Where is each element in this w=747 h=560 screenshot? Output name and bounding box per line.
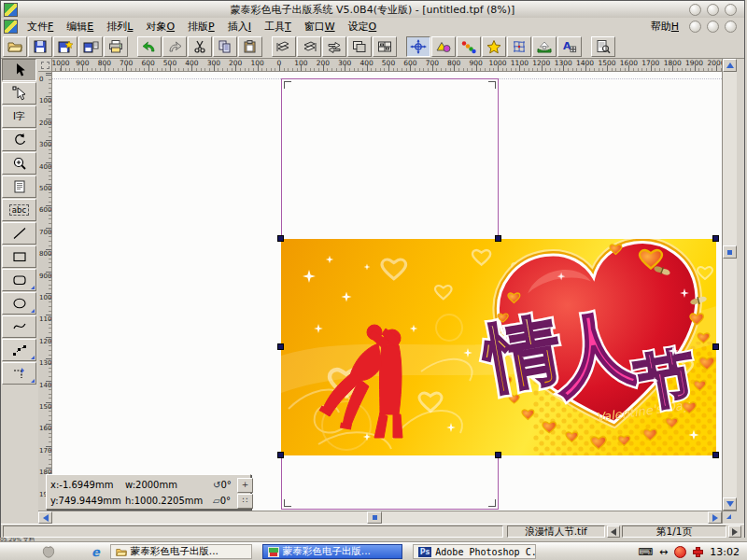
tool-text[interactable]: I字: [2, 105, 36, 128]
start-menu-icon[interactable]: [41, 545, 56, 559]
tool-direct-select[interactable]: [2, 82, 36, 105]
swap-order-button[interactable]: [322, 36, 346, 57]
canvas[interactable]: Valentine's Day: [52, 72, 722, 511]
gradient-fill-button[interactable]: [532, 36, 557, 57]
print-preview-button[interactable]: [591, 36, 615, 57]
selection-handle[interactable]: [495, 452, 501, 458]
save-copy-button[interactable]: [78, 36, 103, 57]
menu-item-1[interactable]: 编辑E: [60, 19, 100, 35]
selection-handle[interactable]: [712, 343, 719, 350]
save-button[interactable]: [28, 36, 52, 57]
combine-button[interactable]: [373, 36, 397, 57]
child-minimize-button[interactable]: [689, 21, 701, 33]
position-lock-button[interactable]: +: [237, 478, 253, 493]
h-ruler-label: 1900: [685, 59, 703, 67]
tool-text-block[interactable]: abc: [2, 199, 36, 221]
scroll-right-button[interactable]: [708, 511, 722, 524]
menu-item-0[interactable]: 文件F: [21, 19, 60, 35]
tool-select[interactable]: [2, 59, 36, 81]
ruler-corner-box[interactable]: [38, 59, 52, 72]
menu-item-3[interactable]: 对象O: [139, 19, 181, 35]
minimize-button[interactable]: [689, 4, 701, 16]
v-ruler-label: 900: [39, 273, 51, 280]
menu-item-4[interactable]: 排版P: [181, 19, 221, 35]
text-format-button[interactable]: A: [557, 36, 582, 57]
scroll-down-button[interactable]: [723, 497, 737, 511]
skew-value: 0°: [220, 496, 231, 506]
paste-button[interactable]: [238, 36, 262, 57]
shield-icon[interactable]: [674, 546, 686, 558]
object-info-panel: x:-1.6949mm w:2000mm ↺0° + y:749.9449mm …: [46, 474, 251, 510]
menu-item-help[interactable]: 帮助H: [644, 19, 685, 35]
position-button[interactable]: [406, 36, 430, 57]
selection-handle[interactable]: [712, 235, 719, 242]
next-page-button[interactable]: [728, 525, 741, 538]
save-as-button[interactable]: [53, 36, 78, 57]
horizontal-scrollbar[interactable]: [38, 511, 722, 524]
duplicate-button[interactable]: [347, 36, 372, 57]
undo-button[interactable]: [137, 36, 162, 57]
selection-handle[interactable]: [277, 235, 284, 242]
tool-clip-path[interactable]: [2, 362, 36, 385]
open-button[interactable]: [3, 36, 27, 57]
keyboard-icon[interactable]: ⌨: [638, 547, 653, 557]
taskbar-task-app-active[interactable]: 蒙泰彩色电子出版...: [262, 544, 402, 559]
child-restore-button[interactable]: [707, 21, 719, 33]
mesh-distort-button[interactable]: [507, 36, 531, 57]
v-ruler-label: 100: [39, 97, 51, 105]
menu-item-6[interactable]: 工具T: [258, 19, 298, 35]
scrollbar-corner: [722, 511, 737, 524]
tool-curve[interactable]: [2, 315, 36, 338]
tool-page[interactable]: [2, 175, 36, 198]
tool-polyline[interactable]: [2, 339, 36, 361]
tool-rotate[interactable]: [2, 129, 36, 151]
send-backward-button[interactable]: [297, 36, 321, 57]
taskbar-task-photoshop[interactable]: Ps Adobe Photoshop C...: [413, 544, 536, 559]
size-lock-button[interactable]: ∷: [237, 494, 253, 509]
cut-button[interactable]: [188, 36, 212, 57]
status-bar: 浪漫情人节.tif 第1/1页: [1, 524, 744, 539]
close-button[interactable]: [725, 4, 737, 16]
scroll-up-button[interactable]: [723, 59, 737, 72]
h-ruler-label: 1500: [598, 59, 615, 67]
tool-zoom[interactable]: [2, 152, 36, 175]
title-bar[interactable]: 蒙泰彩色电子出版系统 V5.0B4(专业版) - [untitled.tpf (…: [1, 1, 744, 19]
red-cross-icon[interactable]: [693, 547, 703, 557]
taskbar-task-folder[interactable]: 蒙泰彩色电子出版...: [110, 544, 252, 559]
previous-page-button[interactable]: [607, 525, 620, 538]
scroll-left-button[interactable]: [38, 511, 52, 524]
restore-button[interactable]: [707, 4, 719, 16]
selection-handle[interactable]: [277, 343, 284, 350]
menu-item-5[interactable]: 插入I: [221, 19, 258, 35]
vertical-scroll-thumb[interactable]: [723, 245, 737, 259]
selection-handle[interactable]: [712, 452, 719, 458]
copy-button[interactable]: [213, 36, 237, 57]
internet-quick-launch-icon[interactable]: e: [92, 545, 100, 559]
tool-rounded-rectangle[interactable]: [2, 269, 36, 291]
selection-handle[interactable]: [495, 235, 501, 242]
menu-item-7[interactable]: 窗口W: [298, 19, 342, 35]
horizontal-scroll-thumb[interactable]: [367, 511, 382, 524]
selection-handle[interactable]: [277, 452, 284, 458]
vertical-ruler[interactable]: 0100200300400500600700800900100011001200…: [38, 72, 52, 511]
menu-item-8[interactable]: 设定O: [342, 19, 384, 35]
tool-line[interactable]: [2, 222, 36, 245]
horizontal-ruler[interactable]: 1000900800700600500400300200100010020030…: [52, 59, 722, 72]
shapes-button[interactable]: [431, 36, 456, 57]
h-ruler-label: 1000: [52, 59, 70, 67]
star-button[interactable]: [482, 36, 506, 57]
tool-ellipse[interactable]: [2, 292, 36, 315]
tool-rectangle[interactable]: [2, 245, 36, 268]
child-close-button[interactable]: [725, 21, 737, 33]
print-button[interactable]: [104, 36, 128, 57]
photoshop-icon: Ps: [418, 547, 431, 557]
placed-image-valentine[interactable]: Valentine's Day: [281, 239, 716, 455]
menu-item-2[interactable]: 排列L: [100, 19, 139, 35]
network-icon[interactable]: ↔: [659, 547, 668, 557]
taskbar: e 蒙泰彩色电子出版... 蒙泰彩色电子出版... Ps Adobe Photo…: [0, 541, 747, 560]
redo-button[interactable]: [162, 36, 187, 57]
bring-forward-button[interactable]: [272, 36, 296, 57]
v-ruler-label: 1600: [39, 425, 52, 432]
vertical-scrollbar[interactable]: [722, 59, 737, 511]
color-blend-button[interactable]: [457, 36, 481, 57]
